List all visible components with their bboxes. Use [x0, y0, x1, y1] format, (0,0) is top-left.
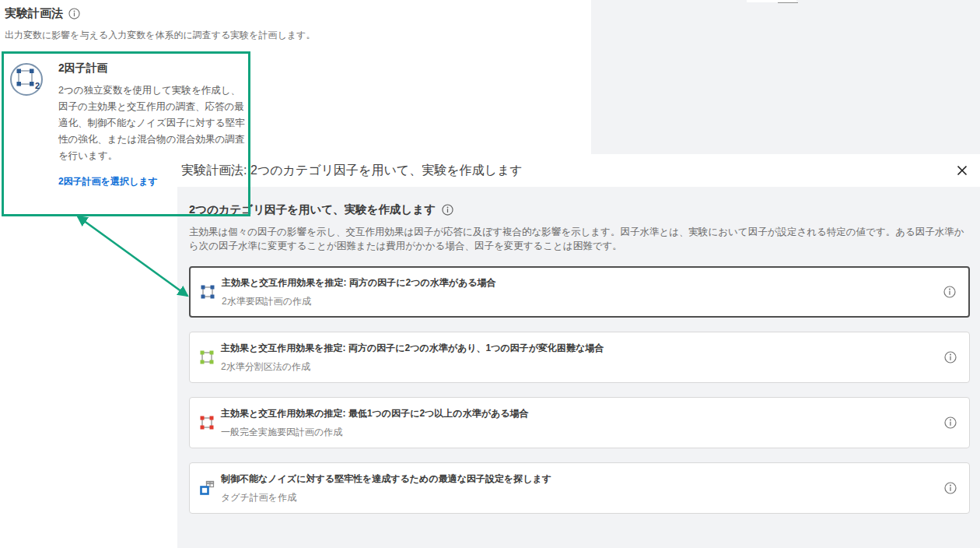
- option-title: 主効果と交互作用効果を推定: 両方の因子に2つの水準があり、1つの因子が変化困難…: [221, 342, 604, 355]
- option-subtitle: タグチ計画を作成: [221, 491, 551, 504]
- option-two-level-factorial[interactable]: 主効果と交互作用効果を推定: 両方の因子に2つの水準がある場合 2水準要因計画の…: [189, 266, 970, 318]
- option-subtitle: 2水準要因計画の作成: [222, 295, 496, 308]
- option-title: 主効果と交互作用効果を推定: 両方の因子に2つの水準がある場合: [222, 276, 496, 290]
- option-title: 主効果と交互作用効果の推定: 最低1つの因子に2つ以上の水準がある場合: [221, 407, 529, 420]
- option-taguchi[interactable]: 制御不能なノイズに対する堅牢性を達成するための最適な因子設定を探します タグチ計…: [189, 462, 970, 514]
- page-title: 実験計画法: [5, 6, 63, 21]
- info-icon[interactable]: [442, 204, 453, 216]
- page-header: 実験計画法: [5, 6, 80, 21]
- dialog-title: 実験計画法: 2つのカテゴリ因子を用いて、実験を作成します: [181, 163, 523, 179]
- close-icon[interactable]: [954, 162, 971, 179]
- design-card-description: 2つの独立変数を使用して実験を作成し、因子の主効果と交互作用の調査、応答の最適化…: [58, 83, 245, 164]
- option-subtitle: 一般完全実施要因計画の作成: [221, 426, 529, 439]
- dialog-heading: 2つのカテゴリ因子を用いて、実験を作成します: [189, 202, 436, 217]
- dialog-titlebar: 実験計画法: 2つのカテゴリ因子を用いて、実験を作成します: [177, 154, 980, 187]
- info-icon[interactable]: [944, 351, 957, 364]
- page-subtitle: 出力変数に影響を与える入力変数を体系的に調査する実験を計画します。: [5, 29, 315, 42]
- dialog-body: 2つのカテゴリ因子を用いて、実験を作成します 主効果は個々の因子の影響を示し、交…: [177, 187, 980, 548]
- option-split-plot[interactable]: 主効果と交互作用効果を推定: 両方の因子に2つの水準があり、1つの因子が変化困難…: [189, 332, 970, 383]
- option-general-full-factorial[interactable]: 主効果と交互作用効果の推定: 最低1つの因子に2つ以上の水準がある場合 一般完全…: [189, 397, 970, 448]
- option-subtitle: 2水準分割区法の作成: [221, 360, 604, 374]
- dialog-description: 主効果は個々の因子の影響を示し、交互作用効果は因子が応答に及ぼす複合的な影響を示…: [189, 226, 970, 253]
- info-icon[interactable]: [944, 482, 957, 494]
- svg-text:2: 2: [35, 81, 40, 90]
- info-icon[interactable]: [68, 8, 80, 19]
- app-root: 実験計画法 出力変数に影響を与える入力変数を体系的に調査する実験を計画します。 …: [0, 0, 980, 548]
- design-card-title: 2因子計画: [58, 61, 245, 76]
- split-plot-icon: [199, 350, 215, 365]
- info-icon[interactable]: [943, 286, 956, 298]
- option-title: 制御不能なノイズに対する堅牢性を達成するための最適な因子設定を探します: [221, 472, 551, 486]
- background-panel: [591, 0, 980, 154]
- window-edge-line: [778, 2, 798, 3]
- taguchi-icon: [199, 480, 215, 496]
- two-factor-design-icon: 2: [9, 62, 44, 97]
- doe-dialog: 実験計画法: 2つのカテゴリ因子を用いて、実験を作成します 2つのカテゴリ因子を…: [177, 154, 980, 548]
- general-full-factorial-icon: [199, 415, 215, 430]
- two-level-factorial-icon: [200, 284, 215, 300]
- info-icon[interactable]: [944, 416, 957, 429]
- select-design-link[interactable]: 2因子計画を選択します: [58, 175, 158, 188]
